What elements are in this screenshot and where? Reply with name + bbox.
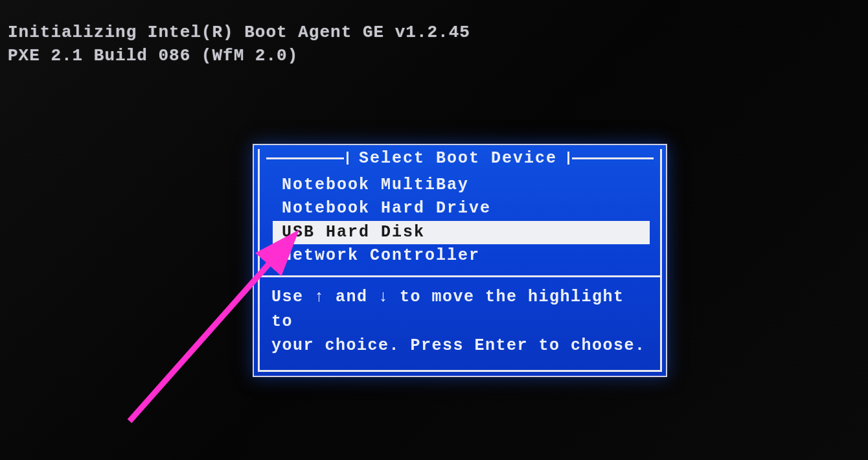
frame-line-right: [572, 157, 654, 159]
boot-line-1: Initializing Intel(R) Boot Agent GE v1.2…: [8, 21, 860, 44]
boot-option-multibay[interactable]: Notebook MultiBay: [279, 174, 650, 197]
frame-tick-right: [567, 152, 569, 165]
boot-menu-help: Use ↑ and ↓ to move the highlight to you…: [260, 277, 660, 370]
boot-option-usb-hard-disk[interactable]: USB Hard Disk: [273, 221, 650, 244]
boot-menu-items: Notebook MultiBay Notebook Hard Drive US…: [260, 167, 660, 275]
boot-device-menu: Select Boot Device Notebook MultiBay Not…: [253, 144, 667, 377]
frame-tick-left: [347, 152, 348, 165]
frame-bottom-line: [260, 370, 660, 372]
help-line-2: your choice. Press Enter to choose.: [271, 334, 648, 358]
boot-option-hard-drive[interactable]: Notebook Hard Drive: [279, 197, 650, 220]
frame-line-left: [266, 157, 344, 159]
boot-status-text: Initializing Intel(R) Boot Agent GE v1.2…: [0, 0, 868, 68]
help-line-1: Use ↑ and ↓ to move the highlight to: [271, 285, 648, 334]
boot-menu-title: Select Boot Device: [351, 149, 565, 168]
boot-menu-frame: Select Boot Device Notebook MultiBay Not…: [258, 149, 662, 372]
boot-line-2: PXE 2.1 Build 086 (WfM 2.0): [8, 44, 860, 67]
boot-menu-title-row: Select Boot Device: [260, 149, 660, 167]
boot-option-network-controller[interactable]: Network Controller: [279, 244, 650, 268]
